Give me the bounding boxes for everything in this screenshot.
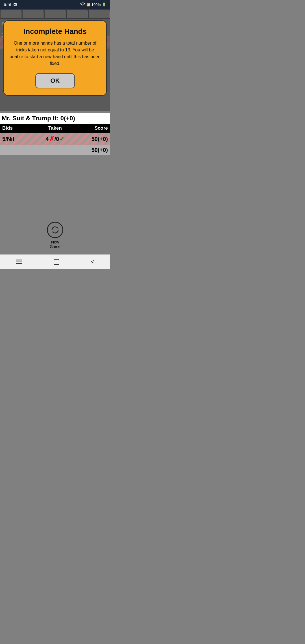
x-mark-icon: ✗ xyxy=(49,135,54,143)
score-row-1: 5/Nil 4 ✗ /0 ✓ 50(+0) xyxy=(0,133,110,145)
dialog-ok-button[interactable]: OK xyxy=(35,73,75,88)
wifi-icon xyxy=(80,2,85,7)
new-game-area: NewGame xyxy=(0,217,110,254)
new-game-label: NewGame xyxy=(50,240,60,249)
battery-percent: 100% xyxy=(91,3,101,7)
refresh-icon xyxy=(47,222,63,238)
row-score: 50(+0) xyxy=(73,136,108,142)
score-section: Mr. Suit & Trump It: 0(+0) Bids Taken Sc… xyxy=(0,111,110,155)
status-right: 📶 100% 🔋 xyxy=(80,2,106,7)
header-score: Score xyxy=(73,125,108,131)
dialog-title: Incomplete Hands xyxy=(10,27,101,36)
team-title: Mr. Suit & Trump It: 0(+0) xyxy=(0,113,110,124)
taken-4: 4 xyxy=(46,136,49,142)
svg-point-0 xyxy=(82,5,83,6)
status-time: 9:16 xyxy=(4,3,11,7)
signal-icon: 📶 xyxy=(86,3,90,6)
status-left: 9:16 🖼 xyxy=(4,3,17,7)
gallery-icon: 🖼 xyxy=(13,3,17,7)
back-icon: < xyxy=(91,258,94,266)
header-taken: Taken xyxy=(38,125,73,131)
bottom-nav: < xyxy=(0,254,110,269)
battery-icon: 🔋 xyxy=(102,3,106,6)
home-icon xyxy=(54,259,59,265)
status-bar: 9:16 🖼 📶 100% 🔋 xyxy=(0,0,110,9)
game-background: B 3 Incomplete Hands One or more hands h… xyxy=(0,9,110,111)
check-mark-icon: ✓ xyxy=(59,135,64,143)
home-button[interactable] xyxy=(54,259,59,265)
back-button[interactable]: < xyxy=(91,258,94,266)
incomplete-hands-dialog: Incomplete Hands One or more hands has a… xyxy=(3,20,107,96)
row-bids: 5/Nil xyxy=(2,136,38,142)
recent-apps-icon xyxy=(16,260,22,264)
total-row: 50(+0) xyxy=(0,145,110,155)
header-bids: Bids xyxy=(2,125,38,131)
dialog-body: One or more hands has a total number of … xyxy=(10,40,101,67)
gray-area xyxy=(0,155,110,217)
score-header: Bids Taken Score xyxy=(0,124,110,133)
taken-slash-0: /0 xyxy=(55,136,59,142)
total-score: 50(+0) xyxy=(91,147,108,153)
new-game-button[interactable]: NewGame xyxy=(47,222,63,249)
recent-apps-button[interactable] xyxy=(16,260,22,264)
row-taken: 4 ✗ /0 ✓ xyxy=(38,135,73,143)
